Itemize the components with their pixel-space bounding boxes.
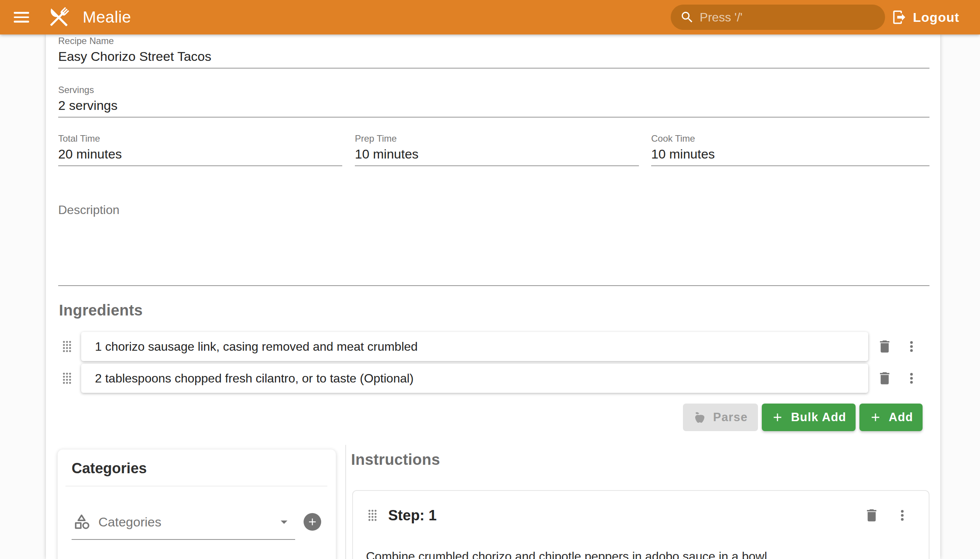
page: Mealie Logout Recipe Name Servings	[0, 0, 980, 559]
recipe-editor-card: Recipe Name Servings Total Time Prep Tim…	[46, 35, 940, 559]
menu-down-icon	[276, 514, 292, 530]
prep-time-input[interactable]	[355, 146, 639, 162]
prep-time-label: Prep Time	[355, 133, 639, 144]
recipe-name-input[interactable]	[58, 49, 929, 64]
ingredient-input[interactable]	[81, 332, 868, 361]
add-ingredient-button[interactable]: Add	[859, 404, 922, 431]
search-box[interactable]	[671, 5, 885, 30]
categories-select[interactable]: Categories	[71, 508, 295, 540]
silverware-logo-icon	[45, 3, 73, 31]
ingredient-actions: Parse Bulk Add Add	[683, 404, 922, 431]
prep-time-field: Prep Time	[355, 133, 639, 166]
step-text[interactable]: Combine crumbled chorizo and chipotle pe…	[366, 548, 906, 559]
description-label: Description	[58, 199, 929, 217]
search-input[interactable]	[700, 10, 876, 25]
app-bar: Mealie Logout	[0, 0, 980, 35]
ingredient-field	[81, 332, 868, 361]
cook-time-label: Cook Time	[651, 133, 929, 144]
drag-handle-icon[interactable]	[368, 509, 377, 521]
ingredient-field	[81, 364, 868, 393]
ingredient-row	[63, 332, 919, 361]
dots-vertical-icon	[904, 370, 919, 386]
logout-label: Logout	[913, 10, 959, 25]
categories-card: Categories Categories	[58, 449, 336, 559]
delete-icon	[864, 507, 880, 523]
parse-label: Parse	[713, 410, 748, 424]
servings-input[interactable]	[58, 98, 929, 113]
plus-icon	[771, 411, 784, 424]
instructions-heading: Instructions	[351, 451, 440, 468]
drag-handle-icon[interactable]	[63, 341, 72, 352]
logout-icon	[891, 9, 907, 25]
food-apple-icon	[693, 411, 706, 424]
step-header: Step: 1	[368, 504, 910, 526]
recipe-name-label: Recipe Name	[58, 36, 929, 46]
ingredient-menu-button[interactable]	[904, 339, 919, 354]
shapes-icon	[73, 513, 91, 531]
servings-label: Servings	[58, 84, 929, 95]
app-title: Mealie	[83, 8, 131, 26]
ingredients-heading: Ingredients	[59, 302, 143, 319]
categories-select-row: Categories	[71, 508, 324, 540]
categories-card-title: Categories	[58, 450, 336, 477]
bulk-add-button[interactable]: Bulk Add	[762, 404, 856, 431]
add-category-button[interactable]	[304, 513, 321, 531]
delete-ingredient-button[interactable]	[877, 370, 893, 386]
servings-field: Servings	[58, 84, 929, 117]
cook-time-field: Cook Time	[651, 133, 929, 166]
column-divider	[345, 445, 346, 559]
logout-button[interactable]: Logout	[891, 9, 959, 25]
step-menu-button[interactable]	[894, 507, 910, 523]
ingredient-row	[63, 364, 919, 393]
parse-button[interactable]: Parse	[683, 404, 758, 431]
delete-icon	[877, 370, 893, 386]
drag-handle-icon[interactable]	[63, 372, 72, 384]
total-time-label: Total Time	[58, 133, 342, 144]
recipe-name-field: Recipe Name	[58, 36, 929, 69]
instruction-step-card: Step: 1 Combine crumbled chorizo and chi…	[352, 490, 929, 559]
divider	[66, 486, 327, 486]
add-label: Add	[889, 410, 913, 424]
search-icon	[680, 10, 694, 25]
description-field[interactable]: Description	[58, 199, 929, 286]
dots-vertical-icon	[904, 339, 919, 354]
delete-ingredient-button[interactable]	[877, 339, 893, 354]
delete-icon	[877, 339, 893, 354]
ingredient-input[interactable]	[81, 364, 868, 393]
step-title: Step: 1	[388, 507, 437, 524]
categories-select-label: Categories	[98, 514, 268, 529]
cook-time-input[interactable]	[651, 146, 929, 162]
bulk-add-label: Bulk Add	[791, 410, 846, 424]
dots-vertical-icon	[894, 507, 910, 523]
total-time-field: Total Time	[58, 133, 342, 166]
ingredient-menu-button[interactable]	[904, 370, 919, 386]
menu-icon[interactable]	[14, 9, 31, 26]
delete-step-button[interactable]	[864, 507, 880, 523]
total-time-input[interactable]	[58, 146, 342, 162]
plus-circle-icon	[307, 516, 318, 528]
plus-icon	[869, 411, 882, 424]
